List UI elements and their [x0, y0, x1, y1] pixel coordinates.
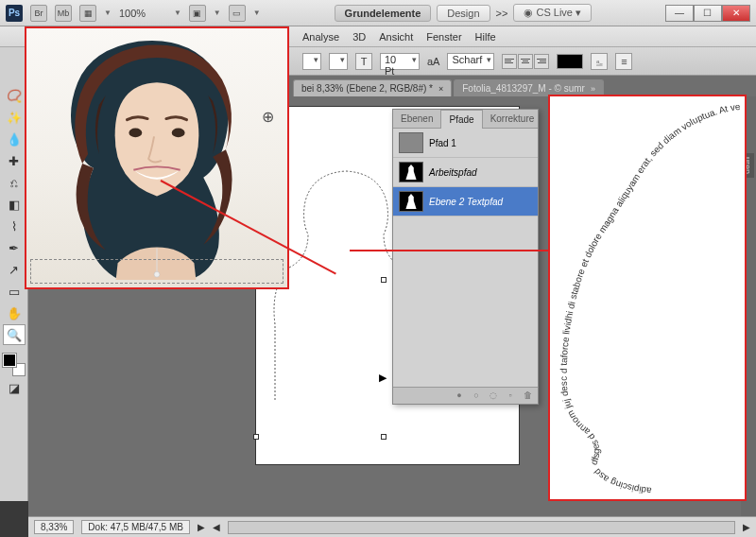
- workspace-grundelemente[interactable]: Grundelemente: [335, 5, 432, 22]
- fill-path-icon[interactable]: ●: [453, 390, 466, 401]
- tool-blur[interactable]: ⌇: [3, 216, 26, 236]
- tab-ebenen[interactable]: Ebenen: [393, 110, 440, 128]
- menu-fenster[interactable]: Fenster: [426, 31, 461, 43]
- menu-hilfe[interactable]: Hilfe: [475, 31, 496, 43]
- tab-korrekturen[interactable]: Korrekture: [483, 110, 542, 128]
- cslive-button[interactable]: ◉ CS Live ▾: [513, 4, 592, 22]
- tool-eyedrop[interactable]: 💧: [3, 129, 26, 149]
- maximize-button[interactable]: ☐: [694, 5, 722, 22]
- transform-handle[interactable]: [381, 277, 387, 283]
- bridge-icon[interactable]: Br: [30, 5, 47, 22]
- tool-lasso[interactable]: 📿: [3, 85, 26, 106]
- annotation-line: [350, 250, 548, 251]
- align-right-button[interactable]: [534, 54, 549, 69]
- textpath-callout: adipiscing asd dfsges d annom juj desc d…: [548, 95, 747, 501]
- status-bar: 8,33% Dok: 47,5 MB/47,5 MB ▶ ◀ ▶: [28, 516, 756, 537]
- type-tool-indicator: T: [355, 53, 372, 70]
- chevron-right-icon[interactable]: ▶: [198, 522, 205, 532]
- menu-3d[interactable]: 3D: [352, 31, 366, 43]
- title-bar: Ps Br Mb ▦▼ 100%▼ ▣▼ ▭▼ Grundelemente De…: [0, 0, 756, 26]
- tool-hand[interactable]: ✋: [3, 303, 26, 323]
- minibridge-icon[interactable]: Mb: [55, 5, 72, 22]
- doc-tab-active[interactable]: bei 8,33% (Ebene 2, RGB/8#) *×: [293, 79, 452, 96]
- warp-text-button[interactable]: ⎁: [591, 53, 608, 70]
- text-align-group: [502, 54, 549, 69]
- tool-wand[interactable]: ✨: [3, 107, 26, 128]
- antialias-label: aA: [427, 56, 439, 67]
- scrollbar-horizontal[interactable]: [228, 521, 735, 534]
- panel-empty-area[interactable]: [393, 217, 538, 387]
- trash-icon[interactable]: 🗑: [521, 390, 534, 401]
- svg-point-1: [172, 128, 185, 137]
- font-size-dropdown[interactable]: 10 Pt: [380, 53, 420, 70]
- photo-callout: ⊕: [25, 26, 289, 289]
- tab-pfade[interactable]: Pfade: [440, 110, 482, 129]
- quickmask-button[interactable]: ◪: [3, 377, 26, 398]
- font-family-dropdown[interactable]: [302, 53, 321, 70]
- char-panel-button[interactable]: ≡: [615, 53, 632, 70]
- tool-path[interactable]: ↗: [3, 259, 26, 280]
- svg-point-0: [129, 128, 142, 137]
- scroll-right-icon[interactable]: ▶: [743, 522, 750, 532]
- cursor-arrow: ▶: [379, 372, 387, 384]
- tool-pen[interactable]: ✒: [3, 237, 26, 258]
- align-left-button[interactable]: [502, 54, 517, 69]
- tool-heal[interactable]: ✚: [3, 150, 26, 171]
- close-button[interactable]: ✕: [722, 5, 750, 22]
- menu-analyse[interactable]: Analyse: [302, 31, 339, 43]
- svg-text:adipiscing asd dfsges d annom : adipiscing asd dfsges d annom juj desc d…: [550, 96, 742, 496]
- color-swatches[interactable]: [3, 354, 26, 376]
- workspace-more[interactable]: >>: [496, 8, 508, 19]
- path-row[interactable]: Pfad 1: [393, 129, 538, 158]
- paths-panel: Ebenen Pfade Korrekture Pfad 1 Arbeitspf…: [392, 109, 539, 405]
- menu-ansicht[interactable]: Ansicht: [379, 31, 413, 43]
- ps-icon[interactable]: Ps: [6, 5, 23, 22]
- workspace-design[interactable]: Design: [437, 5, 490, 22]
- marquee-selection: [30, 259, 284, 284]
- align-center-button[interactable]: [518, 54, 533, 69]
- status-docinfo[interactable]: Dok: 47,5 MB/47,5 MB: [81, 520, 190, 534]
- register-mark-icon: ⊕: [262, 108, 274, 126]
- panel-footer: ● ○ ◌ ▫ 🗑: [393, 387, 538, 404]
- path-text: adipiscing asd dfsges d annom juj desc d…: [550, 96, 742, 496]
- close-icon[interactable]: ×: [438, 84, 443, 94]
- transform-handle[interactable]: [381, 434, 387, 440]
- tool-stamp[interactable]: ⎌: [3, 172, 26, 193]
- antialias-dropdown[interactable]: Scharf: [447, 53, 494, 70]
- path-row-selected[interactable]: Ebene 2 Textpfad: [393, 187, 538, 217]
- status-zoom[interactable]: 8,33%: [34, 520, 74, 534]
- tool-shape[interactable]: ▭: [3, 281, 26, 302]
- stroke-path-icon[interactable]: ○: [470, 390, 483, 401]
- minimize-button[interactable]: —: [665, 5, 694, 22]
- view-rulers-icon[interactable]: ▦: [79, 5, 96, 22]
- zoom-level[interactable]: 100%: [119, 8, 166, 19]
- tool-zoom[interactable]: 🔍: [3, 324, 26, 345]
- text-color-swatch[interactable]: [557, 54, 583, 69]
- arrange-icon[interactable]: ▣: [189, 5, 206, 22]
- tool-eraser[interactable]: ◧: [3, 194, 26, 215]
- scroll-left-icon[interactable]: ◀: [213, 522, 220, 532]
- path-row[interactable]: Arbeitspfad: [393, 158, 538, 187]
- font-style-dropdown[interactable]: [329, 53, 348, 70]
- screen-mode-icon[interactable]: ▭: [229, 5, 246, 22]
- new-path-icon[interactable]: ▫: [504, 390, 517, 401]
- chevron-right-icon: »: [591, 84, 595, 94]
- path-to-sel-icon[interactable]: ◌: [487, 390, 500, 401]
- transform-handle[interactable]: [253, 434, 259, 440]
